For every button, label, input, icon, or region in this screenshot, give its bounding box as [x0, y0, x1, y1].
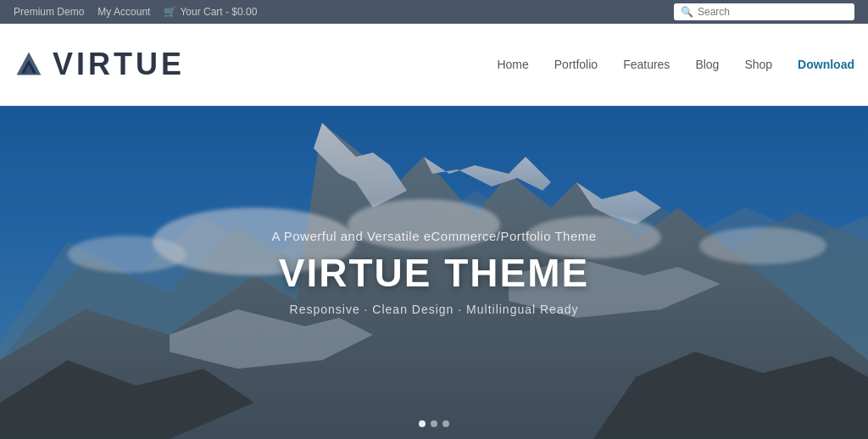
main-nav: Home Portfolio Features Blog Shop Downlo… — [497, 58, 854, 71]
nav-download[interactable]: Download — [798, 58, 854, 71]
hero-tagline: Responsive · Clean Design · Multilingual… — [290, 303, 579, 316]
top-bar: Premium Demo My Account 🛒Your Cart - $0.… — [0, 0, 868, 24]
logo-text: VIRTUE — [53, 47, 185, 82]
nav-shop[interactable]: Shop — [744, 58, 772, 71]
hero-overlay: A Powerful and Versatile eCommerce/Portf… — [0, 106, 868, 439]
slider-dot-1[interactable] — [419, 420, 426, 427]
slider-dot-3[interactable] — [442, 420, 449, 427]
top-bar-left: Premium Demo My Account 🛒Your Cart - $0.… — [14, 6, 257, 18]
search-input[interactable] — [698, 6, 848, 18]
slider-dots — [419, 420, 449, 427]
nav-home[interactable]: Home — [497, 58, 528, 71]
nav-portfolio[interactable]: Portfolio — [554, 58, 598, 71]
nav-blog[interactable]: Blog — [695, 58, 719, 71]
search-icon: 🔍 — [681, 6, 693, 18]
logo-icon — [14, 49, 44, 80]
hero-section: A Powerful and Versatile eCommerce/Portf… — [0, 106, 868, 439]
hero-title: VIRTUE THEME — [279, 250, 589, 296]
my-account-link[interactable]: My Account — [97, 6, 150, 18]
nav-features[interactable]: Features — [623, 58, 670, 71]
premium-demo-link[interactable]: Premium Demo — [14, 6, 84, 18]
cart-icon: 🛒 — [164, 6, 176, 18]
cart-link[interactable]: 🛒Your Cart - $0.00 — [164, 6, 257, 18]
hero-subtitle: A Powerful and Versatile eCommerce/Portf… — [271, 229, 596, 243]
site-header: VIRTUE Home Portfolio Features Blog Shop… — [0, 24, 868, 106]
slider-dot-2[interactable] — [431, 420, 437, 427]
logo-link[interactable]: VIRTUE — [14, 47, 185, 82]
search-bar[interactable]: 🔍 — [674, 3, 854, 20]
